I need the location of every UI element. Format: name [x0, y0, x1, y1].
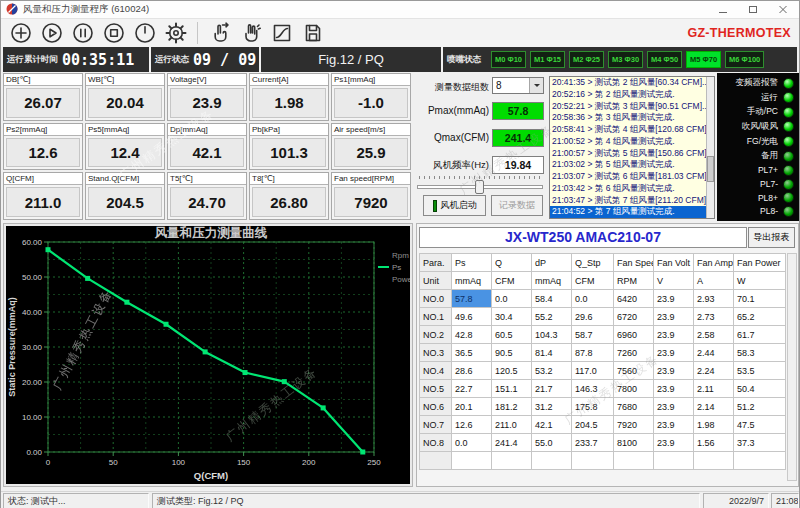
groups-combobox[interactable]: 8 — [492, 77, 544, 94]
table-cell[interactable]: 117.0 — [572, 362, 614, 380]
table-cell[interactable]: 233.7 — [572, 434, 614, 452]
log-entry[interactable]: 20:58:41 > 测试第 4 组风量[120.68 CFM]... — [550, 124, 714, 136]
table-cell[interactable]: 61.7 — [734, 326, 786, 344]
table-cell[interactable]: 23.9 — [654, 290, 694, 308]
table-cell[interactable]: 6420 — [614, 290, 654, 308]
table-cell[interactable]: 60.5 — [492, 326, 532, 344]
table-scrollbar[interactable] — [787, 253, 797, 481]
table-cell[interactable]: 58.7 — [572, 326, 614, 344]
table-cell[interactable]: 49.6 — [452, 308, 492, 326]
table-cell[interactable]: 36.5 — [452, 344, 492, 362]
table-cell[interactable]: 57.8 — [452, 290, 492, 308]
table-cell[interactable]: 211.0 — [492, 416, 532, 434]
table-cell[interactable]: 23.9 — [654, 398, 694, 416]
table-cell[interactable]: 8100 — [614, 434, 654, 452]
table-cell[interactable]: 53.2 — [532, 362, 572, 380]
curve-button[interactable] — [266, 20, 297, 46]
table-cell[interactable]: 21.7 — [532, 380, 572, 398]
minimize-button[interactable] — [712, 3, 734, 17]
table-cell[interactable]: 175.8 — [572, 398, 614, 416]
start-button[interactable] — [36, 20, 67, 46]
nozzle-button[interactable]: M5 Φ70 — [686, 51, 721, 68]
stop-button[interactable] — [98, 20, 129, 46]
table-cell[interactable]: 0.0 — [452, 434, 492, 452]
table-cell[interactable]: 42.8 — [452, 326, 492, 344]
table-cell[interactable]: 6960 — [614, 326, 654, 344]
table-cell[interactable]: 55.2 — [532, 308, 572, 326]
log-scrollbar-thumb[interactable] — [707, 156, 714, 182]
table-cell[interactable]: 7920 — [614, 416, 654, 434]
maximize-button[interactable] — [742, 3, 764, 17]
table-cell[interactable]: 2.93 — [694, 290, 734, 308]
table-cell[interactable]: 42.1 — [532, 416, 572, 434]
jog-mode-button[interactable] — [235, 20, 266, 46]
log-entry[interactable]: 21:03:07 > 测试第 6 组风量[181.03 CFM]... — [550, 171, 714, 183]
add-button[interactable] — [5, 20, 36, 46]
table-cell[interactable]: 2.14 — [694, 398, 734, 416]
table-cell[interactable]: 6720 — [614, 308, 654, 326]
table-cell[interactable]: 2.73 — [694, 308, 734, 326]
power-button[interactable] — [129, 20, 160, 46]
table-cell[interactable]: 7560 — [614, 362, 654, 380]
table-cell[interactable]: 51.2 — [734, 398, 786, 416]
table-cell[interactable]: 20.1 — [452, 398, 492, 416]
log-entry[interactable]: 20:41:35 > 测试第 2 组风量[60.34 CFM]... — [550, 77, 714, 89]
slider-thumb[interactable] — [475, 180, 484, 194]
nozzle-button[interactable]: M0 Φ10 — [491, 51, 526, 68]
table-cell[interactable]: 146.3 — [572, 380, 614, 398]
table-cell[interactable]: 22.7 — [452, 380, 492, 398]
table-cell[interactable]: 90.5 — [492, 344, 532, 362]
table-cell[interactable]: 12.6 — [452, 416, 492, 434]
log-entry[interactable]: 21:03:42 > 第 6 组风量测试完成. — [550, 183, 714, 195]
table-cell[interactable]: 0.0 — [572, 290, 614, 308]
log-scrollbar[interactable] — [706, 77, 714, 218]
log-panel[interactable]: 20:41:35 > 测试第 2 组风量[60.34 CFM]...20:52:… — [549, 76, 715, 219]
pause-button[interactable] — [67, 20, 98, 46]
table-cell[interactable]: 87.8 — [572, 344, 614, 362]
log-entry[interactable]: 21:03:02 > 第 5 组风量测试完成. — [550, 159, 714, 171]
table-cell[interactable]: 31.2 — [532, 398, 572, 416]
table-cell[interactable]: 23.9 — [654, 416, 694, 434]
table-cell[interactable]: 70.1 — [734, 290, 786, 308]
manual-mode-button[interactable] — [204, 20, 235, 46]
table-cell[interactable]: 23.9 — [654, 308, 694, 326]
nozzle-button[interactable]: M4 Φ50 — [647, 51, 682, 68]
nozzle-button[interactable]: M1 Φ15 — [530, 51, 565, 68]
export-report-button[interactable]: 导出报表 — [748, 227, 795, 248]
table-cell[interactable]: 1.98 — [694, 416, 734, 434]
table-cell[interactable]: 2.24 — [694, 362, 734, 380]
table-cell[interactable]: 120.5 — [492, 362, 532, 380]
table-cell[interactable]: 55.0 — [532, 434, 572, 452]
table-cell[interactable]: 30.4 — [492, 308, 532, 326]
close-button[interactable] — [772, 3, 794, 17]
table-cell[interactable]: 204.5 — [572, 416, 614, 434]
table-cell[interactable]: 28.6 — [452, 362, 492, 380]
log-entry[interactable]: 20:58:36 > 第 3 组风量测试完成. — [550, 112, 714, 124]
table-cell[interactable]: 181.2 — [492, 398, 532, 416]
log-entry[interactable]: 20:52:21 > 测试第 3 组风量[90.51 CFM]... — [550, 101, 714, 113]
table-cell[interactable]: 58.4 — [532, 290, 572, 308]
log-entry[interactable]: 21:04:52 > 第 7 组风量测试完成. — [550, 206, 714, 218]
nozzle-button[interactable]: M2 Φ25 — [569, 51, 604, 68]
table-cell[interactable]: 151.1 — [492, 380, 532, 398]
table-cell[interactable]: 50.4 — [734, 380, 786, 398]
table-cell[interactable]: 23.9 — [654, 362, 694, 380]
table-cell[interactable]: 29.6 — [572, 308, 614, 326]
table-cell[interactable]: 2.44 — [694, 344, 734, 362]
table-cell[interactable]: 104.3 — [532, 326, 572, 344]
chevron-down-icon[interactable] — [529, 78, 543, 93]
table-cell[interactable]: 7680 — [614, 398, 654, 416]
table-cell[interactable]: 47.5 — [734, 416, 786, 434]
table-cell[interactable]: 7260 — [614, 344, 654, 362]
table-cell[interactable]: 0.0 — [492, 290, 532, 308]
save-button[interactable] — [297, 20, 328, 46]
table-cell[interactable]: 2.11 — [694, 380, 734, 398]
table-cell[interactable]: 58.3 — [734, 344, 786, 362]
fan-start-button[interactable]: 风机启动 — [423, 195, 486, 216]
table-cell[interactable]: 81.4 — [532, 344, 572, 362]
table-cell[interactable]: 65.2 — [734, 308, 786, 326]
freq-input[interactable]: 19.84 — [492, 156, 544, 174]
log-entry[interactable]: 21:00:52 > 第 4 组风量测试完成. — [550, 136, 714, 148]
log-entry[interactable]: 21:00:57 > 测试第 5 组风量[150.86 CFM]... — [550, 148, 714, 160]
table-cell[interactable]: 1.56 — [694, 434, 734, 452]
